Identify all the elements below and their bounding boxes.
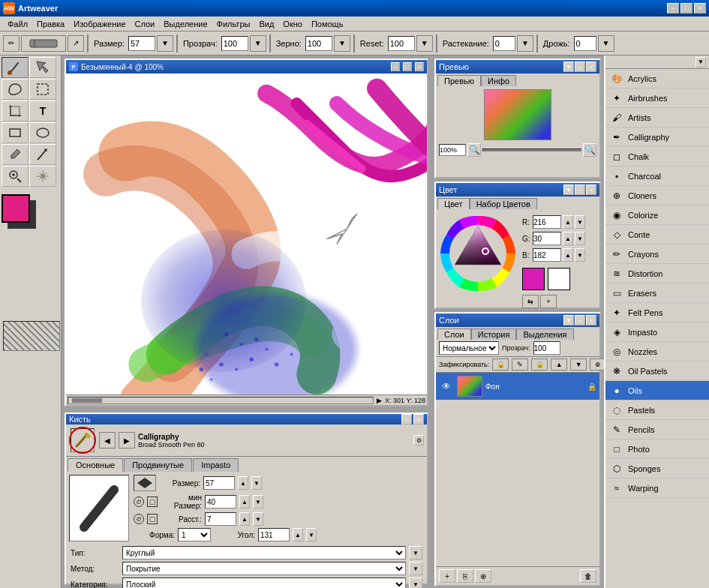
spread-input[interactable]: [493, 36, 515, 51]
clone-tool[interactable]: [29, 144, 56, 165]
brush-list-item[interactable]: ◻Chalk: [605, 147, 709, 166]
tab-color[interactable]: Цвет: [437, 198, 470, 209]
brush-list-item[interactable]: ✎Pencils: [605, 420, 709, 440]
tab-swatches[interactable]: Набор Цветов: [470, 198, 537, 209]
layers-menu[interactable]: ▼: [563, 315, 574, 326]
brush-list-item[interactable]: ✦Felt Pens: [605, 303, 709, 322]
brush-list-item[interactable]: ⊕Cloners: [605, 186, 709, 206]
menu-file[interactable]: Файл: [3, 18, 32, 30]
method-select[interactable]: ПокрытиеСлой: [122, 562, 406, 575]
canvas-body[interactable]: [66, 74, 427, 394]
brush-list-item[interactable]: ✒Calligraphy: [605, 128, 709, 147]
r-up[interactable]: ▲: [563, 215, 573, 229]
selection-tool[interactable]: [29, 57, 56, 78]
brush-list-item[interactable]: ⬡Sponges: [605, 459, 709, 478]
move-down[interactable]: ▼: [570, 358, 587, 370]
fg-swatch[interactable]: [522, 268, 545, 290]
move-up[interactable]: ▲: [551, 358, 567, 370]
brush-list-item[interactable]: □Photo: [605, 440, 709, 459]
new-layer-btn[interactable]: +: [439, 569, 455, 583]
pan-tool[interactable]: [29, 166, 56, 187]
size-up[interactable]: ▲: [238, 476, 248, 490]
angle-input[interactable]: [258, 528, 290, 542]
tab-advanced[interactable]: Продвинутые: [124, 458, 192, 472]
spacing-down[interactable]: ▼: [253, 512, 263, 526]
angle-down[interactable]: ▼: [306, 528, 317, 542]
marquee-tool[interactable]: [29, 79, 56, 100]
zoom-in[interactable]: 🔍: [583, 143, 596, 157]
tool-arrow[interactable]: ↗: [68, 35, 84, 52]
brush-list-item[interactable]: ✦Airbrushes: [605, 88, 709, 108]
spacing-input[interactable]: [205, 512, 236, 526]
minsize-down[interactable]: ▼: [253, 495, 263, 508]
opacity-dropdown[interactable]: ▼: [250, 35, 266, 52]
brush-close[interactable]: ×: [413, 414, 424, 424]
canvas-scrollbar-h[interactable]: ▶ X: 301 Y: 128: [66, 394, 427, 405]
minsize-up[interactable]: ▲: [239, 495, 250, 508]
b-up[interactable]: ▲: [563, 248, 573, 262]
reset-dropdown[interactable]: ▼: [416, 35, 433, 52]
menu-image[interactable]: Изображение: [69, 18, 130, 30]
canvas-close[interactable]: ×: [415, 62, 424, 71]
menu-window[interactable]: Окно: [278, 18, 307, 30]
brush-list-item[interactable]: ◇Conte: [605, 225, 709, 244]
angle-up[interactable]: ▲: [293, 528, 303, 542]
zoom-slider[interactable]: [482, 148, 581, 152]
color-wheel-container[interactable]: [439, 212, 518, 295]
blend-mode-select[interactable]: Нормальное: [439, 341, 499, 355]
color-menu[interactable]: ▼: [563, 184, 574, 195]
brush-list-item[interactable]: ✏Crayons: [605, 244, 709, 264]
b-down[interactable]: ▼: [575, 248, 585, 262]
b-input[interactable]: [533, 248, 561, 262]
brush-list-item[interactable]: ❋Oil Pastels: [605, 362, 709, 381]
checkbox-icon[interactable]: □: [147, 496, 158, 507]
shape-select[interactable]: 123: [178, 528, 211, 542]
eyedropper-tool[interactable]: [2, 144, 29, 165]
zoom-input[interactable]: [439, 144, 466, 156]
brush-list-menu[interactable]: ▼: [695, 57, 706, 68]
menu-filters[interactable]: Фильтры: [212, 18, 255, 30]
menu-view[interactable]: Вид: [254, 18, 278, 30]
brush-list-item[interactable]: ◈Impasto: [605, 322, 709, 342]
brush-list-item[interactable]: ≈Warping: [605, 478, 709, 498]
scroll-right[interactable]: ▶: [375, 397, 383, 404]
r-input[interactable]: [533, 215, 561, 229]
brush-tool[interactable]: [2, 57, 29, 78]
r-down[interactable]: ▼: [575, 215, 585, 229]
grain-dropdown[interactable]: ▼: [334, 35, 350, 52]
brush-prev[interactable]: ◀: [99, 432, 116, 448]
zoom-tool[interactable]: [2, 166, 29, 187]
swap-colors[interactable]: ⇆: [522, 295, 539, 308]
preview-minimize[interactable]: −: [575, 62, 585, 72]
type-select[interactable]: КруглыйКвадратный: [122, 546, 406, 560]
maximize-button[interactable]: □: [680, 3, 692, 14]
menu-selection[interactable]: Выделение: [159, 18, 212, 30]
tab-layers[interactable]: Слои: [437, 328, 471, 340]
tool-pencil[interactable]: ✏: [3, 35, 20, 52]
brush-list-item[interactable]: 🖌Artists: [605, 108, 709, 128]
tab-info[interactable]: Инфо: [481, 75, 516, 86]
menu-edit[interactable]: Правка: [32, 18, 69, 30]
close-button[interactable]: ×: [694, 3, 706, 14]
g-up[interactable]: ▲: [563, 232, 573, 245]
lock-pos[interactable]: 🔒: [492, 358, 509, 370]
tab-preview[interactable]: Превью: [437, 75, 481, 86]
layer-lock-fon[interactable]: 🔒: [587, 382, 596, 391]
lasso-tool[interactable]: [2, 79, 29, 100]
canvas-maximize[interactable]: □: [403, 62, 412, 71]
copy-layer-btn[interactable]: ⎘: [457, 569, 473, 583]
delete-layer-btn[interactable]: 🗑: [580, 569, 596, 583]
spread-dropdown[interactable]: ▼: [517, 35, 533, 52]
opacity-input[interactable]: [221, 36, 248, 51]
brush-next[interactable]: ▶: [119, 432, 135, 448]
merge-layer-btn[interactable]: ⊕: [475, 569, 491, 583]
jitter-dropdown[interactable]: ▼: [598, 35, 614, 52]
menu-help[interactable]: Помощь: [307, 18, 348, 30]
pattern-swatch[interactable]: [3, 321, 60, 351]
ellipse-tool[interactable]: [29, 122, 56, 143]
color-minimize[interactable]: −: [575, 184, 585, 195]
brush-list-item[interactable]: ≋Distortion: [605, 264, 709, 284]
reset-input[interactable]: [388, 36, 415, 51]
add-to-palette[interactable]: +: [540, 295, 557, 308]
tab-selections[interactable]: Выделения: [516, 328, 573, 340]
